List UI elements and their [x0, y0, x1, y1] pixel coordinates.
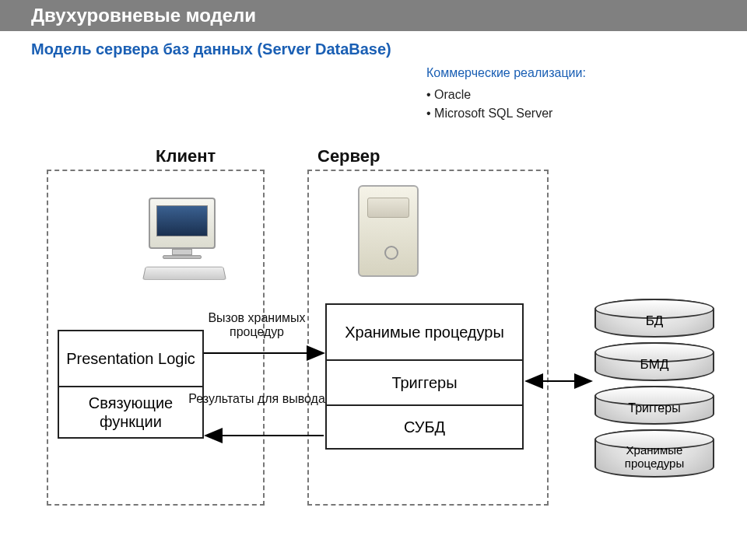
implementations-block: Коммерческие реализации: Oracle Microsof…	[426, 66, 586, 125]
dbms-box: СУБД	[325, 406, 524, 450]
arrow-label-call: Вызов хранимых процедур	[187, 311, 327, 339]
architecture-diagram: Клиент Сервер Presentation Logic Связующ…	[0, 148, 747, 537]
slide-title: Двухуровневые модели	[0, 0, 747, 31]
binding-functions-box: Связующие функции	[58, 387, 204, 439]
implementations-heading: Коммерческие реализации:	[426, 66, 586, 80]
stored-proc-cylinder: Хранимые процедуры	[594, 429, 714, 478]
server-tower-icon	[358, 185, 419, 277]
server-label: Сервер	[317, 146, 380, 166]
triggers-box: Триггеры	[325, 361, 524, 406]
triggers-cylinder: Триггеры	[594, 386, 714, 425]
slide-subtitle: Модель сервера баз данных (Server DataBa…	[0, 31, 747, 61]
bmd-cylinder: БМД	[594, 342, 714, 381]
implementation-item: Oracle	[426, 88, 586, 102]
arrow-label-results: Результаты для вывода	[187, 392, 327, 406]
db-cylinder: БД	[594, 299, 714, 338]
client-pc-icon	[144, 198, 237, 283]
client-label: Клиент	[156, 146, 216, 166]
implementation-item: Microsoft SQL Server	[426, 107, 586, 121]
presentation-logic-box: Presentation Logic	[58, 330, 204, 387]
stored-procedures-box: Хранимые процедуры	[325, 303, 524, 361]
